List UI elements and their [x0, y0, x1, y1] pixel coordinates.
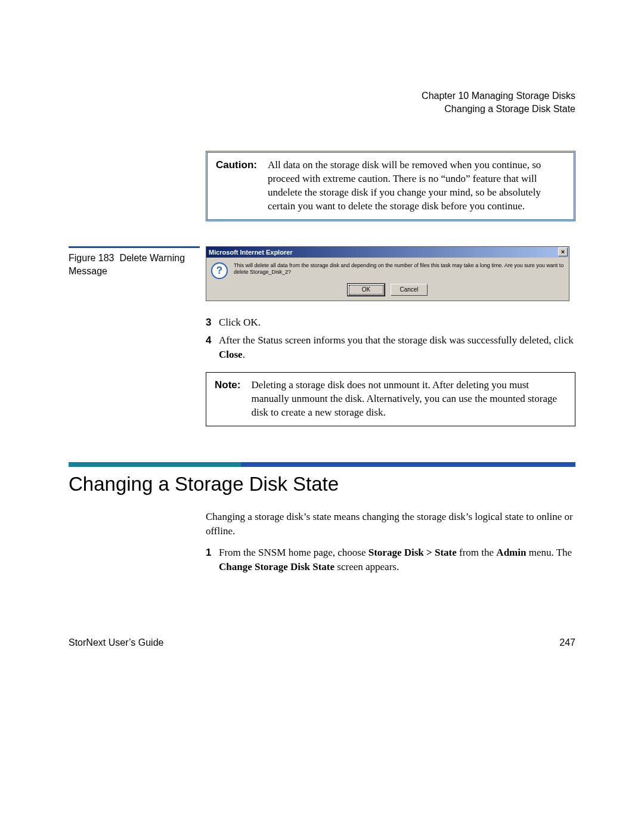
step-text: From the SNSM home page, choose Storage …: [219, 546, 575, 574]
intro-paragraph: Changing a storage disk’s state means ch…: [206, 510, 575, 538]
note-text: Deleting a storage disk does not unmount…: [251, 379, 566, 420]
step-list-b: 1From the SNSM home page, choose Storage…: [206, 546, 575, 574]
figure-label: Figure 183: [69, 253, 114, 263]
cancel-button[interactable]: Cancel: [391, 284, 428, 296]
dialog-title: Microsoft Internet Explorer: [209, 249, 293, 256]
header-section: Changing a Storage Disk State: [69, 103, 575, 116]
step-item: 3Click OK.: [206, 315, 575, 330]
page-header: Chapter 10 Managing Storage Disks Changi…: [69, 89, 575, 115]
ok-button[interactable]: OK: [348, 284, 385, 296]
question-icon: [211, 262, 228, 279]
caution-label: Caution:: [216, 159, 268, 213]
section-heading: Changing a Storage Disk State: [69, 462, 575, 496]
step-text: After the Status screen informs you that…: [219, 333, 575, 362]
step-number: 1: [206, 546, 219, 574]
caution-box: Caution: All data on the storage disk wi…: [206, 151, 575, 221]
step-item: 1From the SNSM home page, choose Storage…: [206, 546, 575, 574]
ie-confirm-dialog: Microsoft Internet Explorer × This will …: [206, 246, 569, 301]
section-title: Changing a Storage Disk State: [69, 473, 575, 496]
document-page: Chapter 10 Managing Storage Disks Changi…: [0, 0, 644, 833]
step-number: 4: [206, 333, 219, 362]
page-footer: StorNext User’s Guide 247: [69, 637, 575, 648]
footer-page-number: 247: [559, 637, 575, 648]
close-icon[interactable]: ×: [558, 247, 568, 256]
note-box: Note: Deleting a storage disk does not u…: [206, 372, 575, 426]
step-number: 3: [206, 315, 219, 330]
step-list-a: 3Click OK.4After the Status screen infor…: [206, 315, 575, 361]
figure-caption: Figure 183 Delete Warning Message: [69, 246, 200, 277]
dialog-titlebar: Microsoft Internet Explorer ×: [206, 247, 569, 258]
dialog-message: This will delete all data from the stora…: [234, 262, 564, 276]
step-item: 4After the Status screen informs you tha…: [206, 333, 575, 362]
caution-text: All data on the storage disk will be rem…: [268, 159, 565, 213]
note-label: Note:: [215, 379, 251, 420]
footer-doc-title: StorNext User’s Guide: [69, 637, 163, 648]
header-chapter: Chapter 10 Managing Storage Disks: [69, 89, 575, 103]
step-text: Click OK.: [219, 315, 575, 330]
dialog-button-row: OK Cancel: [206, 281, 569, 301]
heading-bar: [69, 462, 575, 467]
